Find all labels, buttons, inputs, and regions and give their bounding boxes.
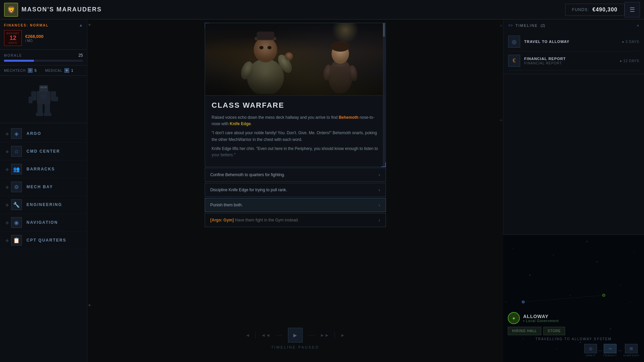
svg-point-19 <box>597 261 598 262</box>
sidebar-item-mech-bay[interactable]: ◈ ⚙ MECH BAY <box>0 178 87 196</box>
engineering-icon: 🔧 <box>11 199 22 210</box>
engineering-label: ENGINEERING <box>27 202 62 207</box>
travel-nodes: ◎ ORBIT — ⇒ TRANSIT — ⊞ JUMPSHIP <box>584 344 639 357</box>
choice-punish-arrow: › <box>379 202 380 208</box>
timeline-arrows-icon: >> <box>508 23 513 28</box>
location-section: ● ALLOWAY • Local Government HIRING HALL… <box>508 312 565 335</box>
timeline-add-button[interactable]: + <box>637 23 639 28</box>
dialog-para-1: Raised voices echo down the mess deck ha… <box>212 114 379 127</box>
right-panel: >> TIMELINE (2) + ◎ TRAVEL TO ALLOWAY ● … <box>503 19 644 362</box>
play-button[interactable]: ▶ <box>288 328 303 343</box>
choice-discipline-arrow: › <box>379 187 380 193</box>
svg-rect-7 <box>52 97 58 101</box>
store-button[interactable]: STORE <box>543 327 565 335</box>
company-logo: 🦁 <box>4 3 18 17</box>
svg-rect-3 <box>44 87 47 88</box>
next-arrow[interactable]: ► <box>340 332 345 338</box>
choices-box: Confine Behemoth to quarters for fightin… <box>205 168 386 228</box>
svg-rect-1 <box>39 85 48 92</box>
jumpship-node[interactable]: ⊞ JUMPSHIP <box>623 344 639 357</box>
location-info: ALLOWAY • Local Government <box>523 314 559 323</box>
separator-icon: ◈ <box>5 184 9 190</box>
finances-title: FINANCES: NORMAL <box>4 23 49 27</box>
financial-report-icon: € <box>508 55 520 67</box>
behemoth-highlight: Behemoth <box>339 115 358 120</box>
report-badge: REPORT 12 DAYS <box>4 30 22 46</box>
travelling-label-area: TRAVELLING TO ALLOWAY SYSTEM <box>503 334 644 344</box>
sidebar-item-cpt-quarters[interactable]: ◈ 📋 CPT QUARTERS <box>0 231 87 249</box>
rewind-arrow[interactable]: ◄◄ <box>261 332 270 338</box>
left-sidebar: FINANCES: NORMAL ▲ REPORT 12 DAYS €268,0… <box>0 19 87 362</box>
timeline-item-travel-alloway[interactable]: ◎ TRAVEL TO ALLOWAY ● 0 DAYS <box>508 32 639 51</box>
svg-point-13 <box>43 95 45 97</box>
barracks-icon: 👥 <box>11 164 22 174</box>
svg-rect-2 <box>41 87 43 88</box>
finances-panel: FINANCES: NORMAL ▲ REPORT 12 DAYS €268,0… <box>0 19 87 50</box>
sidebar-item-engineering[interactable]: ◈ 🔧 ENGINEERING <box>0 196 87 214</box>
report-days: 12 <box>10 35 16 41</box>
report-days-suffix: DAYS <box>6 41 19 44</box>
svg-point-26 <box>556 349 557 349</box>
svg-point-24 <box>630 302 631 302</box>
dialog-content: CLASS WARFARE Raised voices echo down th… <box>205 95 386 167</box>
svg-rect-11 <box>44 113 51 116</box>
choice-gym-arrow: › <box>379 217 380 223</box>
financial-report-content: FINANCIAL REPORT FINANCIAL REPORT <box>524 57 616 65</box>
finances-amount-area: €268,000 / MO. <box>25 34 43 43</box>
pause-controls: ◄ ◄◄ ▶ ►► ► <box>245 328 345 343</box>
dialog-title: CLASS WARFARE <box>212 101 379 110</box>
top-bar: 🦁 MASON'S MARAUDERS FUNDS: €490,300 ☰ <box>0 0 644 19</box>
sidebar-item-barracks[interactable]: ◈ 👥 BARRACKS <box>0 160 87 178</box>
medical-icon: ✚ <box>64 68 69 73</box>
svg-point-20 <box>620 285 621 286</box>
nav-list: ◈ ◈ ARGO ◈ ⌂ CMD CENTER ◈ 👥 BARRACKS ◈ ⚙… <box>0 123 87 251</box>
navigation-icon: ◉ <box>11 217 22 228</box>
orbit-icon: ◎ <box>584 344 597 353</box>
sidebar-item-cmd-center[interactable]: ◈ ⌂ CMD CENTER <box>0 143 87 160</box>
timeline-section: >> TIMELINE (2) + ◎ TRAVEL TO ALLOWAY ● … <box>503 19 644 74</box>
hiring-hall-button[interactable]: HIRING HALL <box>508 327 541 335</box>
choice-gym[interactable]: [Argo: Gym] Have them fight in the Gym i… <box>205 213 386 227</box>
separator-icon: ◈ <box>5 202 9 207</box>
transit-icon: ⇒ <box>604 344 616 353</box>
dialog-box: CLASS WARFARE Raised voices echo down th… <box>205 23 386 167</box>
prev-arrow[interactable]: ◄ <box>245 332 250 338</box>
dialog-image <box>205 23 386 95</box>
sidebar-item-navigation[interactable]: ◈ ◉ NAVIGATION <box>0 214 87 231</box>
transit-node[interactable]: ⇒ TRANSIT <box>603 344 617 357</box>
dialog-scrollbar[interactable] <box>383 23 385 167</box>
svg-rect-8 <box>37 104 43 114</box>
forward-arrow[interactable]: ►► <box>320 332 330 338</box>
mech-bay-label: MECH BAY <box>27 185 53 189</box>
cpt-quarters-icon: 📋 <box>11 235 22 246</box>
mech-silhouette <box>25 79 62 119</box>
svg-point-15 <box>513 248 513 249</box>
timeline-item-financial-report[interactable]: € FINANCIAL REPORT FINANCIAL REPORT ● 12… <box>508 51 639 70</box>
dialog-para-2: "I don't care about your noble family! Y… <box>212 130 379 143</box>
svg-rect-9 <box>45 104 50 114</box>
choice-discipline[interactable]: Discipline Knife Edge for trying to pull… <box>205 183 386 197</box>
svg-rect-5 <box>29 97 33 103</box>
funds-value: €490,300 <box>592 7 617 13</box>
funds-box: FUNDS: €490,300 <box>565 4 625 16</box>
choice-punish[interactable]: Punish them both. › <box>205 198 386 212</box>
skills-panel: MECHTECH ⚙ 5 MEDICAL ✚ 1 <box>0 65 87 76</box>
morale-value: 25 <box>79 53 83 58</box>
timeline-paused-area: ◄ ◄◄ ▶ ►► ► TIMELINE PAUSED <box>87 315 503 362</box>
svg-point-28 <box>506 302 507 302</box>
orbit-node[interactable]: ◎ ORBIT <box>584 344 597 357</box>
dialog-scroll-thumb[interactable] <box>383 23 385 37</box>
mechtech-icon: ⚙ <box>28 68 33 73</box>
finances-expand-icon[interactable]: ▲ <box>79 23 83 28</box>
timeline-title: TIMELINE <box>515 23 538 28</box>
travel-alloway-title: TRAVEL TO ALLOWAY <box>524 40 618 44</box>
morale-bar-fill <box>4 60 34 62</box>
choice-confine[interactable]: Confine Behemoth to quarters for fightin… <box>205 168 386 182</box>
cpt-quarters-label: CPT QUARTERS <box>27 238 66 243</box>
menu-button[interactable]: ☰ <box>625 2 640 17</box>
travel-alloway-days: ● 0 DAYS <box>622 40 639 44</box>
play-icon: ▶ <box>293 332 297 338</box>
sidebar-item-argo[interactable]: ◈ ◈ ARGO <box>0 125 87 143</box>
svg-point-31 <box>522 301 525 303</box>
separator-icon: ◈ <box>5 131 9 136</box>
